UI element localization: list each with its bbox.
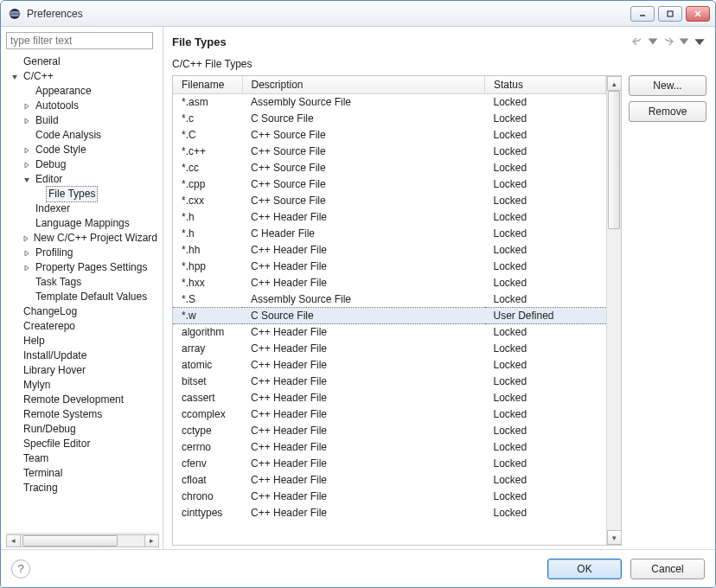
table-row[interactable]: *.wC Source FileUser Defined [173, 308, 606, 324]
table-vertical-scrollbar[interactable]: ▴ ▾ [606, 76, 621, 545]
tree-item-label: Debug [34, 157, 67, 172]
tree-item[interactable]: New C/C++ Project Wizard [6, 231, 159, 246]
tree-item[interactable]: Mylyn [6, 378, 159, 393]
tree-item[interactable]: Remote Systems [6, 407, 159, 422]
back-dropdown-icon[interactable] [646, 35, 660, 48]
tree-item[interactable]: Library Hover [6, 363, 159, 378]
back-icon[interactable] [630, 35, 644, 48]
preferences-window: Preferences GeneralC/C++AppearanceAutoto… [0, 0, 716, 588]
table-row[interactable]: *.cppC++ Source FileLocked [173, 176, 606, 193]
remove-button[interactable]: Remove [629, 101, 706, 122]
tree-item[interactable]: File Types [6, 187, 159, 201]
sidebar-horizontal-scrollbar[interactable]: ◂ ▸ [6, 533, 159, 547]
cell-filename: *.hxx [173, 275, 242, 291]
tree-item[interactable]: Profiling [6, 246, 159, 260]
close-button[interactable] [686, 6, 710, 22]
tree-item[interactable]: Specfile Editor [6, 437, 159, 451]
expand-icon[interactable] [22, 233, 30, 244]
tree-item[interactable]: Language Mappings [6, 216, 159, 231]
table-row[interactable]: *.hxxC++ Header FileLocked [173, 275, 606, 291]
file-types-table[interactable]: Filename Description Status *.asmAssembl… [172, 75, 622, 546]
help-icon[interactable]: ? [11, 559, 30, 578]
table-row[interactable]: atomicC++ Header FileLocked [173, 357, 606, 374]
table-row[interactable]: *.ccC++ Source FileLocked [173, 160, 606, 176]
preference-tree[interactable]: GeneralC/C++AppearanceAutotoolsBuildCode… [6, 54, 159, 495]
table-row[interactable]: cerrnoC++ Header FileLocked [173, 439, 606, 456]
maximize-button[interactable] [658, 6, 682, 22]
filter-input[interactable] [6, 32, 153, 49]
table-row[interactable]: *.hhC++ Header FileLocked [173, 242, 606, 259]
tree-item[interactable]: Remote Development [6, 393, 159, 407]
expand-icon[interactable] [22, 101, 32, 112]
table-row[interactable]: *.asmAssembly Source FileLocked [173, 94, 606, 111]
tree-item[interactable]: Appearance [6, 84, 159, 99]
expand-icon[interactable] [22, 248, 32, 259]
table-row[interactable]: *.cC Source FileLocked [173, 111, 606, 127]
tree-item[interactable]: Build [6, 113, 159, 128]
table-row[interactable]: cfloatC++ Header FileLocked [173, 472, 606, 489]
table-row[interactable]: bitsetC++ Header FileLocked [173, 374, 606, 390]
collapse-icon[interactable] [22, 175, 32, 185]
scroll-right-button[interactable]: ▸ [144, 534, 159, 547]
collapse-icon[interactable] [10, 72, 20, 82]
scroll-track[interactable] [21, 534, 144, 547]
tree-item[interactable]: Indexer [6, 201, 159, 216]
ok-button[interactable]: OK [547, 559, 622, 579]
table-row[interactable]: *.SAssembly Source FileLocked [173, 291, 606, 308]
scroll-up-button[interactable]: ▴ [607, 76, 622, 91]
cell-description: C++ Header File [242, 259, 485, 275]
tree-item[interactable]: General [6, 54, 159, 69]
table-row[interactable]: chronoC++ Header FileLocked [173, 489, 606, 505]
table-row[interactable]: *.cxxC++ Source FileLocked [173, 193, 606, 209]
forward-dropdown-icon[interactable] [677, 35, 691, 48]
column-header-status[interactable]: Status [485, 76, 606, 94]
column-header-description[interactable]: Description [242, 76, 485, 94]
tree-item[interactable]: C/C++ [6, 69, 159, 84]
tree-item[interactable]: Autotools [6, 99, 159, 113]
tree-item[interactable]: Help [6, 334, 159, 348]
tree-item[interactable]: Code Analysis [6, 128, 159, 143]
table-row[interactable]: *.hppC++ Header FileLocked [173, 259, 606, 275]
table-row[interactable]: *.CC++ Source FileLocked [173, 127, 606, 144]
menu-dropdown-icon[interactable] [693, 35, 706, 48]
tree-item[interactable]: Task Tags [6, 275, 159, 290]
tree-item[interactable]: Code Style [6, 143, 159, 157]
table-row[interactable]: *.hC++ Header FileLocked [173, 209, 606, 226]
table-row[interactable]: cinttypesC++ Header FileLocked [173, 505, 606, 521]
tree-item[interactable]: Property Pages Settings [6, 260, 159, 275]
table-row[interactable]: *.hC Header FileLocked [173, 226, 606, 242]
expand-icon[interactable] [22, 116, 32, 126]
table-row[interactable]: arrayC++ Header FileLocked [173, 341, 606, 357]
tree-item[interactable]: Tracing [6, 481, 159, 495]
cancel-button[interactable]: Cancel [630, 559, 705, 579]
scroll-left-button[interactable]: ◂ [6, 534, 21, 547]
tree-item[interactable]: Team [6, 451, 159, 466]
forward-icon[interactable] [662, 35, 675, 48]
new-button[interactable]: New... [629, 75, 706, 96]
tree-item[interactable]: Editor [6, 172, 159, 187]
column-header-filename[interactable]: Filename [173, 76, 242, 94]
table-row[interactable]: ccomplexC++ Header FileLocked [173, 406, 606, 423]
tree-item[interactable]: Terminal [6, 466, 159, 481]
table-row[interactable]: *.c++C++ Source FileLocked [173, 144, 606, 160]
expand-icon[interactable] [22, 160, 32, 170]
tree-item[interactable]: Createrepo [6, 319, 159, 334]
tree-item[interactable]: Debug [6, 157, 159, 172]
cell-description: C++ Header File [242, 374, 485, 390]
tree-item[interactable]: Template Default Values [6, 290, 159, 304]
tree-item[interactable]: ChangeLog [6, 304, 159, 319]
expand-icon[interactable] [22, 145, 32, 156]
minimize-button[interactable] [630, 6, 655, 22]
table-row[interactable]: cctypeC++ Header FileLocked [173, 423, 606, 439]
scroll-thumb[interactable] [22, 535, 118, 546]
tree-item[interactable]: Install/Update [6, 348, 159, 363]
scroll-down-button[interactable]: ▾ [607, 530, 622, 545]
table-row[interactable]: cassertC++ Header FileLocked [173, 390, 606, 406]
title-bar: Preferences [1, 1, 715, 27]
tree-item[interactable]: Run/Debug [6, 422, 159, 437]
expand-icon[interactable] [22, 263, 32, 273]
table-row[interactable]: cfenvC++ Header FileLocked [173, 456, 606, 472]
table-row[interactable]: algorithmC++ Header FileLocked [173, 324, 606, 341]
scroll-thumb[interactable] [608, 91, 620, 229]
cell-filename: *.hh [173, 242, 242, 259]
